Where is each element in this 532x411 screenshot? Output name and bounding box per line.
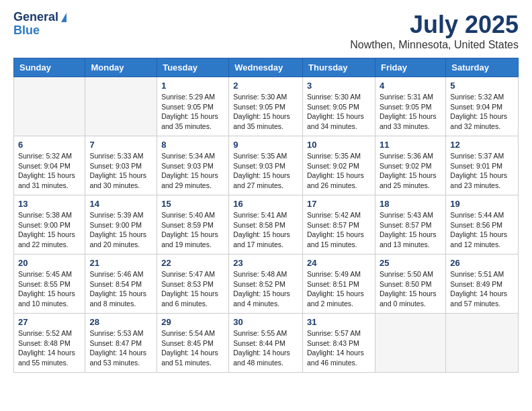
day-info: Sunrise: 5:31 AM Sunset: 9:05 PM Dayligh… (380, 92, 441, 132)
calendar-cell (446, 314, 519, 373)
calendar-cell: 5Sunrise: 5:32 AM Sunset: 9:04 PM Daylig… (446, 77, 519, 136)
calendar-cell: 25Sunrise: 5:50 AM Sunset: 8:50 PM Dayli… (375, 255, 445, 314)
day-info: Sunrise: 5:44 AM Sunset: 8:56 PM Dayligh… (450, 210, 514, 250)
day-number: 22 (161, 258, 224, 268)
calendar-cell: 3Sunrise: 5:30 AM Sunset: 9:05 PM Daylig… (303, 77, 375, 136)
title-block: July 2025 Nowthen, Minnesota, United Sta… (350, 11, 519, 51)
calendar-cell: 20Sunrise: 5:45 AM Sunset: 8:55 PM Dayli… (14, 255, 85, 314)
day-info: Sunrise: 5:40 AM Sunset: 8:59 PM Dayligh… (161, 210, 224, 250)
logo-triangle-icon (61, 13, 66, 22)
calendar-cell: 9Sunrise: 5:35 AM Sunset: 9:03 PM Daylig… (229, 136, 303, 195)
calendar-cell: 13Sunrise: 5:38 AM Sunset: 9:00 PM Dayli… (14, 195, 85, 255)
day-number: 25 (380, 258, 441, 268)
day-info: Sunrise: 5:37 AM Sunset: 9:01 PM Dayligh… (450, 151, 514, 191)
day-info: Sunrise: 5:38 AM Sunset: 9:00 PM Dayligh… (18, 210, 81, 250)
logo: General Blue (13, 11, 66, 38)
calendar-cell: 26Sunrise: 5:51 AM Sunset: 8:49 PM Dayli… (446, 255, 519, 314)
day-info: Sunrise: 5:52 AM Sunset: 8:48 PM Dayligh… (18, 328, 81, 368)
day-info: Sunrise: 5:32 AM Sunset: 9:04 PM Dayligh… (18, 151, 81, 191)
calendar-cell: 14Sunrise: 5:39 AM Sunset: 9:00 PM Dayli… (85, 195, 157, 255)
main-title: July 2025 (350, 11, 519, 39)
calendar-cell: 27Sunrise: 5:52 AM Sunset: 8:48 PM Dayli… (14, 314, 85, 373)
calendar-cell: 31Sunrise: 5:57 AM Sunset: 8:43 PM Dayli… (303, 314, 375, 373)
calendar-cell: 2Sunrise: 5:30 AM Sunset: 9:05 PM Daylig… (229, 77, 303, 136)
day-info: Sunrise: 5:47 AM Sunset: 8:53 PM Dayligh… (161, 269, 224, 309)
header: General Blue July 2025 Nowthen, Minnesot… (13, 11, 519, 51)
calendar-day-header: Friday (375, 58, 445, 77)
day-info: Sunrise: 5:29 AM Sunset: 9:05 PM Dayligh… (161, 92, 224, 132)
day-number: 1 (161, 81, 224, 91)
day-info: Sunrise: 5:35 AM Sunset: 9:02 PM Dayligh… (307, 151, 371, 191)
day-number: 16 (233, 199, 298, 209)
week-row: 20Sunrise: 5:45 AM Sunset: 8:55 PM Dayli… (14, 255, 519, 314)
calendar-cell: 16Sunrise: 5:41 AM Sunset: 8:58 PM Dayli… (229, 195, 303, 255)
day-number: 9 (233, 140, 298, 150)
calendar-cell: 6Sunrise: 5:32 AM Sunset: 9:04 PM Daylig… (14, 136, 85, 195)
calendar-cell: 29Sunrise: 5:54 AM Sunset: 8:45 PM Dayli… (157, 314, 229, 373)
day-number: 23 (233, 258, 298, 268)
calendar-day-header: Sunday (14, 58, 85, 77)
day-info: Sunrise: 5:35 AM Sunset: 9:03 PM Dayligh… (233, 151, 298, 191)
week-row: 1Sunrise: 5:29 AM Sunset: 9:05 PM Daylig… (14, 77, 519, 136)
day-info: Sunrise: 5:50 AM Sunset: 8:50 PM Dayligh… (380, 269, 441, 309)
day-number: 27 (18, 317, 81, 327)
day-info: Sunrise: 5:54 AM Sunset: 8:45 PM Dayligh… (161, 328, 224, 368)
day-info: Sunrise: 5:43 AM Sunset: 8:57 PM Dayligh… (380, 210, 441, 250)
calendar-cell: 15Sunrise: 5:40 AM Sunset: 8:59 PM Dayli… (157, 195, 229, 255)
day-number: 10 (307, 140, 371, 150)
day-number: 8 (161, 140, 224, 150)
calendar-cell: 21Sunrise: 5:46 AM Sunset: 8:54 PM Dayli… (85, 255, 157, 314)
logo-general: General (13, 11, 58, 24)
day-number: 3 (307, 81, 371, 91)
calendar-header-row: SundayMondayTuesdayWednesdayThursdayFrid… (14, 58, 519, 77)
day-info: Sunrise: 5:41 AM Sunset: 8:58 PM Dayligh… (233, 210, 298, 250)
calendar-cell: 30Sunrise: 5:55 AM Sunset: 8:44 PM Dayli… (229, 314, 303, 373)
calendar-cell: 28Sunrise: 5:53 AM Sunset: 8:47 PM Dayli… (85, 314, 157, 373)
day-number: 4 (380, 81, 441, 91)
day-number: 21 (89, 258, 152, 268)
day-info: Sunrise: 5:42 AM Sunset: 8:57 PM Dayligh… (307, 210, 371, 250)
day-number: 29 (161, 317, 224, 327)
calendar-cell: 10Sunrise: 5:35 AM Sunset: 9:02 PM Dayli… (303, 136, 375, 195)
day-number: 11 (380, 140, 441, 150)
calendar-cell: 8Sunrise: 5:34 AM Sunset: 9:03 PM Daylig… (157, 136, 229, 195)
day-number: 14 (89, 199, 152, 209)
day-number: 2 (233, 81, 298, 91)
day-info: Sunrise: 5:30 AM Sunset: 9:05 PM Dayligh… (307, 92, 371, 132)
week-row: 27Sunrise: 5:52 AM Sunset: 8:48 PM Dayli… (14, 314, 519, 373)
day-number: 6 (18, 140, 81, 150)
calendar-cell: 11Sunrise: 5:36 AM Sunset: 9:02 PM Dayli… (375, 136, 445, 195)
day-number: 15 (161, 199, 224, 209)
day-number: 19 (450, 199, 514, 209)
day-number: 13 (18, 199, 81, 209)
calendar-day-header: Tuesday (157, 58, 229, 77)
day-number: 31 (307, 317, 371, 327)
day-info: Sunrise: 5:33 AM Sunset: 9:03 PM Dayligh… (89, 151, 152, 191)
day-info: Sunrise: 5:57 AM Sunset: 8:43 PM Dayligh… (307, 328, 371, 368)
calendar-cell: 4Sunrise: 5:31 AM Sunset: 9:05 PM Daylig… (375, 77, 445, 136)
calendar-day-header: Monday (85, 58, 157, 77)
day-number: 30 (233, 317, 298, 327)
calendar-cell (14, 77, 85, 136)
page: General Blue July 2025 Nowthen, Minnesot… (0, 0, 532, 383)
calendar-cell (375, 314, 445, 373)
day-number: 17 (307, 199, 371, 209)
day-number: 12 (450, 140, 514, 150)
calendar-cell: 18Sunrise: 5:43 AM Sunset: 8:57 PM Dayli… (375, 195, 445, 255)
day-number: 5 (450, 81, 514, 91)
day-info: Sunrise: 5:39 AM Sunset: 9:00 PM Dayligh… (89, 210, 152, 250)
day-number: 7 (89, 140, 152, 150)
calendar-day-header: Thursday (303, 58, 375, 77)
day-number: 18 (380, 199, 441, 209)
day-info: Sunrise: 5:53 AM Sunset: 8:47 PM Dayligh… (89, 328, 152, 368)
calendar-cell: 23Sunrise: 5:48 AM Sunset: 8:52 PM Dayli… (229, 255, 303, 314)
calendar-cell: 17Sunrise: 5:42 AM Sunset: 8:57 PM Dayli… (303, 195, 375, 255)
calendar-cell: 22Sunrise: 5:47 AM Sunset: 8:53 PM Dayli… (157, 255, 229, 314)
calendar-day-header: Saturday (446, 58, 519, 77)
day-info: Sunrise: 5:49 AM Sunset: 8:51 PM Dayligh… (307, 269, 371, 309)
day-info: Sunrise: 5:46 AM Sunset: 8:54 PM Dayligh… (89, 269, 152, 309)
day-info: Sunrise: 5:30 AM Sunset: 9:05 PM Dayligh… (233, 92, 298, 132)
logo-blue: Blue (13, 24, 40, 38)
day-number: 28 (89, 317, 152, 327)
day-number: 20 (18, 258, 81, 268)
